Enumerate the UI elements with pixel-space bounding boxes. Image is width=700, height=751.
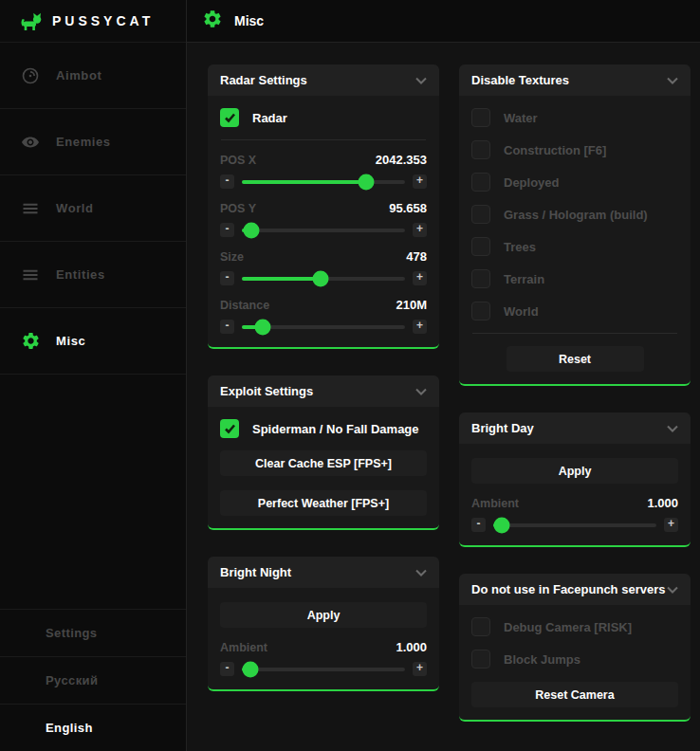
- check-icon: [224, 424, 236, 434]
- slider-thumb[interactable]: [493, 517, 509, 533]
- sidebar-item-label: World: [56, 201, 94, 215]
- disable-textures-header[interactable]: Disable Textures: [459, 64, 691, 96]
- checkbox-unchecked[interactable]: [471, 108, 490, 127]
- minus-button[interactable]: -: [471, 518, 486, 532]
- facepunch-header[interactable]: Do not use in Facepunch servers: [459, 574, 691, 605]
- reset-button[interactable]: Reset: [507, 346, 644, 372]
- plus-button[interactable]: +: [413, 320, 427, 334]
- checkbox-checked[interactable]: [220, 419, 239, 438]
- slider-thumb[interactable]: [242, 661, 258, 677]
- slider-track[interactable]: [493, 523, 656, 527]
- checkbox-unchecked[interactable]: [471, 140, 490, 159]
- reset-camera-button[interactable]: Reset Camera: [471, 682, 678, 707]
- world-checkbox-row[interactable]: World: [471, 302, 678, 321]
- cat-icon: [19, 10, 43, 31]
- terrain-checkbox-row[interactable]: Terrain: [471, 269, 678, 288]
- checkbox-unchecked[interactable]: [471, 205, 490, 224]
- slider-thumb[interactable]: [244, 222, 260, 238]
- panel-body: Water Construction [F6] Deployed Gr: [459, 96, 691, 384]
- checkbox-unchecked[interactable]: [471, 617, 490, 636]
- slider-track[interactable]: [242, 668, 405, 671]
- sidebar-item-enemies[interactable]: Enemies: [0, 109, 186, 175]
- slider-thumb[interactable]: [358, 174, 374, 190]
- checkbox-unchecked[interactable]: [471, 237, 490, 256]
- radar-settings-header[interactable]: Radar Settings: [208, 64, 439, 96]
- slider-track[interactable]: [242, 325, 405, 329]
- checkbox-checked[interactable]: [220, 108, 239, 127]
- ambient-slider[interactable]: - +: [471, 517, 678, 533]
- posy-slider[interactable]: - +: [220, 222, 427, 238]
- plus-button[interactable]: +: [413, 662, 427, 676]
- sidebar-item-label: Aimbot: [56, 68, 101, 82]
- slider-label: POS X: [220, 154, 256, 167]
- bright-night-header[interactable]: Bright Night: [208, 557, 439, 588]
- menu-icon: [20, 265, 41, 285]
- checkbox-unchecked[interactable]: [471, 269, 490, 288]
- sidebar-item-entities[interactable]: Entities: [0, 242, 186, 308]
- sidebar-item-language-russian[interactable]: Русский: [0, 656, 186, 704]
- chevron-down-icon: [667, 586, 678, 594]
- minus-button[interactable]: -: [220, 320, 234, 334]
- sidebar-item-world[interactable]: World: [0, 175, 186, 242]
- sidebar-item-misc[interactable]: Misc: [0, 308, 186, 375]
- debug-camera-checkbox-row[interactable]: Debug Camera [RISK]: [471, 617, 678, 636]
- ambient-slider-group: Ambient 1.000 - +: [471, 496, 678, 533]
- checkbox-unchecked[interactable]: [471, 650, 490, 669]
- clear-cache-esp-button[interactable]: Clear Cache ESP [FPS+]: [220, 450, 427, 476]
- gear-icon: [202, 9, 223, 33]
- checkbox-unchecked[interactable]: [471, 302, 490, 321]
- ambient-slider[interactable]: - +: [220, 661, 427, 677]
- size-slider[interactable]: - +: [220, 270, 427, 286]
- slider-value: 1.000: [396, 640, 427, 654]
- gear-icon: [20, 331, 41, 352]
- plus-button[interactable]: +: [664, 518, 678, 532]
- minus-button[interactable]: -: [220, 662, 234, 676]
- chevron-down-icon: [415, 569, 427, 577]
- sidebar-item-settings[interactable]: Settings: [0, 609, 186, 656]
- panel-body: Radar POS X 2042.353 - +: [208, 96, 439, 347]
- deployed-checkbox-row[interactable]: Deployed: [471, 173, 678, 192]
- perfect-weather-button[interactable]: Perfect Weather [FPS+]: [220, 490, 427, 516]
- posx-slider[interactable]: - +: [220, 174, 427, 190]
- radar-toggle[interactable]: Radar: [220, 108, 427, 127]
- minus-button[interactable]: -: [220, 271, 234, 285]
- distance-slider[interactable]: - +: [220, 319, 427, 335]
- checkbox-label: Block Jumps: [504, 652, 580, 667]
- checkbox-unchecked[interactable]: [471, 173, 490, 192]
- bright-day-panel: Bright Day Apply Ambient 1.000 -: [459, 412, 691, 547]
- bright-day-header[interactable]: Bright Day: [459, 412, 691, 444]
- sidebar-item-language-english[interactable]: English: [0, 704, 186, 751]
- trees-checkbox-row[interactable]: Trees: [471, 237, 678, 256]
- distance-slider-group: Distance 210M - +: [220, 298, 427, 335]
- water-checkbox-row[interactable]: Water: [471, 108, 678, 127]
- checkbox-label: World: [504, 304, 539, 319]
- spiderman-toggle[interactable]: Spiderman / No Fall Damage: [220, 419, 427, 438]
- minus-button[interactable]: -: [220, 223, 234, 237]
- slider-label: POS Y: [220, 202, 256, 215]
- exploit-settings-header[interactable]: Exploit Settings: [208, 376, 439, 407]
- apply-button[interactable]: Apply: [220, 602, 427, 628]
- slider-thumb[interactable]: [255, 319, 271, 335]
- footer-item-label: Settings: [46, 626, 97, 640]
- sidebar-item-aimbot[interactable]: Aimbot: [0, 43, 186, 109]
- posy-slider-group: POS Y 95.658 - +: [220, 201, 427, 238]
- plus-button[interactable]: +: [413, 174, 427, 189]
- plus-button[interactable]: +: [413, 223, 427, 237]
- construction-checkbox-row[interactable]: Construction [F6]: [471, 140, 678, 159]
- radar-settings-panel: Radar Settings Radar: [208, 64, 439, 349]
- divider: [221, 139, 426, 140]
- minus-button[interactable]: -: [220, 174, 234, 189]
- slider-track[interactable]: [242, 180, 405, 184]
- slider-value: 2042.353: [376, 153, 427, 167]
- plus-button[interactable]: +: [413, 271, 427, 285]
- grass-checkbox-row[interactable]: Grass / Hologram (build): [471, 205, 678, 224]
- apply-button[interactable]: Apply: [471, 458, 678, 484]
- sidebar-item-label: Entities: [56, 267, 105, 282]
- slider-track[interactable]: [242, 229, 405, 232]
- slider-track[interactable]: [242, 277, 405, 281]
- slider-value: 1.000: [647, 496, 678, 510]
- slider-thumb[interactable]: [312, 270, 328, 286]
- panel-title: Bright Night: [220, 565, 291, 579]
- content: Radar Settings Radar: [187, 43, 700, 751]
- block-jumps-checkbox-row[interactable]: Block Jumps: [471, 650, 678, 669]
